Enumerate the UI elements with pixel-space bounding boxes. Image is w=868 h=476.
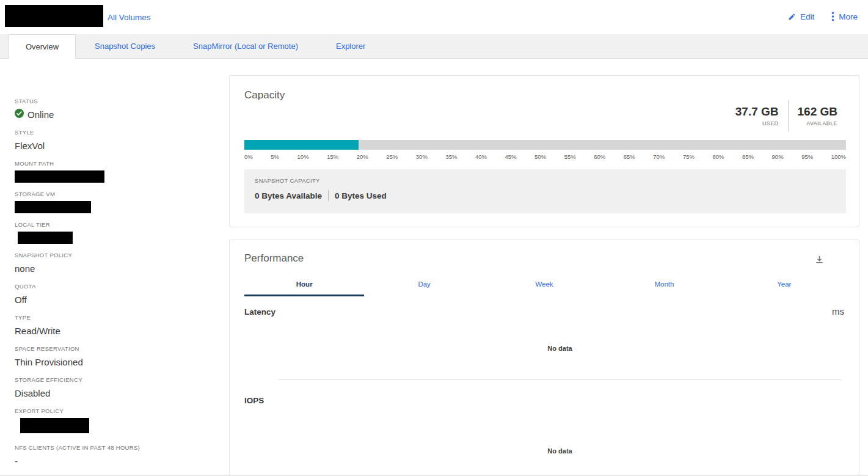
field-status: STATUS Online <box>15 98 219 121</box>
percent-tick-label: 40% <box>475 153 487 160</box>
perf-tab-month[interactable]: Month <box>604 274 724 296</box>
field-label: MOUNT PATH <box>15 160 219 167</box>
iops-no-data-text: No data <box>547 447 572 455</box>
performance-card: Performance Hour Day Week Month Year Lat… <box>229 240 859 476</box>
field-label: SNAPSHOT POLICY <box>15 252 219 259</box>
perf-tab-hour[interactable]: Hour <box>244 274 364 296</box>
perf-tab-day[interactable]: Day <box>364 274 484 296</box>
snapshot-capacity-box: SNAPSHOT CAPACITY 0 Bytes Available 0 By… <box>244 169 846 213</box>
capacity-available-value: 162 GB <box>798 105 837 119</box>
edit-button[interactable]: Edit <box>788 12 814 21</box>
space-reservation-value: Thin Provisioned <box>15 356 219 368</box>
field-label: LOCAL TIER <box>15 221 219 229</box>
snapshot-values-divider <box>328 190 329 201</box>
capacity-available: 162 GB AVAILABLE <box>789 100 847 131</box>
percent-tick-label: 45% <box>505 153 517 160</box>
field-label: QUOTA <box>15 283 219 290</box>
pencil-icon <box>788 13 796 21</box>
export-policy-redacted <box>20 418 89 433</box>
status-value: Online <box>27 108 54 121</box>
percent-tick-label: 15% <box>327 153 338 160</box>
percent-tick-label: 100% <box>831 153 846 160</box>
tab-snapshot-copies[interactable]: Snapshot Copies <box>76 34 174 58</box>
percent-tick-label: 20% <box>357 153 368 160</box>
style-value: FlexVol <box>15 139 219 152</box>
field-label: STATUS <box>15 98 219 105</box>
percent-tick-label: 50% <box>534 153 546 160</box>
percent-tick-label: 65% <box>624 153 635 160</box>
iops-chart-title: IOPS <box>244 396 264 405</box>
field-label: NFS CLIENTS (ACTIVE IN PAST 48 HOURS) <box>15 444 219 452</box>
volume-tab-bar: Overview Snapshot Copies SnapMirror (Loc… <box>0 34 868 59</box>
field-label: STORAGE EFFICIENCY <box>15 376 219 384</box>
capacity-used-label: USED <box>735 120 779 126</box>
field-label: TYPE <box>15 314 219 321</box>
capacity-progress-fill <box>244 140 359 150</box>
field-label: STYLE <box>15 129 219 136</box>
volume-name-redacted <box>5 5 103 27</box>
percent-tick-label: 25% <box>386 153 398 160</box>
tab-overview[interactable]: Overview <box>9 34 76 59</box>
field-storage-efficiency: STORAGE EFFICIENCY Disabled <box>15 376 219 400</box>
percent-tick-label: 80% <box>712 153 724 160</box>
storage-vm-redacted <box>15 201 91 213</box>
field-style: STYLE FlexVol <box>15 129 219 152</box>
capacity-used: 37.7 GB USED <box>726 100 788 131</box>
tab-snapmirror[interactable]: SnapMirror (Local or Remote) <box>174 34 317 58</box>
local-tier-redacted <box>18 232 73 244</box>
capacity-card: Capacity 37.7 GB USED 162 GB AVAILABLE 0… <box>229 75 859 227</box>
snapshot-capacity-label: SNAPSHOT CAPACITY <box>255 177 836 184</box>
quota-value: Off <box>15 293 219 306</box>
percent-tick-label: 75% <box>683 153 695 160</box>
page-header: All Volumes Edit More <box>0 0 868 34</box>
tab-explorer[interactable]: Explorer <box>317 34 384 58</box>
status-online-icon <box>15 108 24 121</box>
field-label: EXPORT POLICY <box>15 408 219 415</box>
percent-tick-label: 30% <box>416 153 428 160</box>
capacity-available-label: AVAILABLE <box>798 120 837 126</box>
type-value: Read/Write <box>15 324 219 337</box>
mount-path-redacted <box>15 170 104 183</box>
percent-tick-label: 5% <box>271 153 279 160</box>
performance-title: Performance <box>244 252 304 265</box>
all-volumes-link[interactable]: All Volumes <box>108 13 151 22</box>
percent-tick-label: 85% <box>742 153 754 160</box>
edit-button-label: Edit <box>800 12 814 21</box>
field-space-reservation: SPACE RESERVATION Thin Provisioned <box>15 345 219 368</box>
snapshot-policy-value: none <box>15 262 219 275</box>
percent-tick-label: 60% <box>594 153 605 160</box>
field-mount-path: MOUNT PATH <box>15 160 219 183</box>
field-snapshot-policy: SNAPSHOT POLICY none <box>15 252 219 275</box>
capacity-usage-summary: 37.7 GB USED 162 GB AVAILABLE <box>726 100 847 131</box>
more-button-label: More <box>839 12 858 21</box>
header-actions: Edit More <box>788 12 858 21</box>
perf-tab-week[interactable]: Week <box>484 274 604 296</box>
download-icon[interactable] <box>815 255 824 266</box>
field-local-tier: LOCAL TIER <box>15 221 219 244</box>
storage-efficiency-value: Disabled <box>15 387 219 400</box>
snapshot-available-value: 0 Bytes Available <box>255 191 322 200</box>
field-storage-vm: STORAGE VM <box>15 191 219 213</box>
more-button[interactable]: More <box>831 12 858 21</box>
performance-range-tabs: Hour Day Week Month Year <box>244 274 844 296</box>
field-type: TYPE Read/Write <box>15 314 219 337</box>
snapshot-used-value: 0 Bytes Used <box>335 191 387 200</box>
capacity-progress-bar <box>244 140 846 150</box>
percent-tick-label: 35% <box>445 153 457 160</box>
latency-no-data-text: No data <box>547 345 572 352</box>
latency-chart-area: No data <box>279 317 841 380</box>
capacity-used-value: 37.7 GB <box>735 105 779 119</box>
percent-tick-label: 95% <box>801 153 813 160</box>
capacity-title: Capacity <box>244 89 844 101</box>
iops-chart-area: No data <box>279 411 841 476</box>
field-nfs-clients: NFS CLIENTS (ACTIVE IN PAST 48 HOURS) - <box>15 444 219 467</box>
capacity-percent-scale: 0%5%10%15%20%25%30%35%40%45%50%55%60%65%… <box>244 153 846 160</box>
nfs-clients-value: - <box>15 455 219 467</box>
latency-chart-title: Latency <box>244 307 275 317</box>
percent-tick-label: 10% <box>297 153 309 160</box>
field-export-policy: EXPORT POLICY <box>15 408 219 433</box>
percent-tick-label: 90% <box>772 153 784 160</box>
field-quota: QUOTA Off <box>15 283 219 306</box>
field-label: SPACE RESERVATION <box>15 345 219 353</box>
perf-tab-year[interactable]: Year <box>724 274 844 296</box>
